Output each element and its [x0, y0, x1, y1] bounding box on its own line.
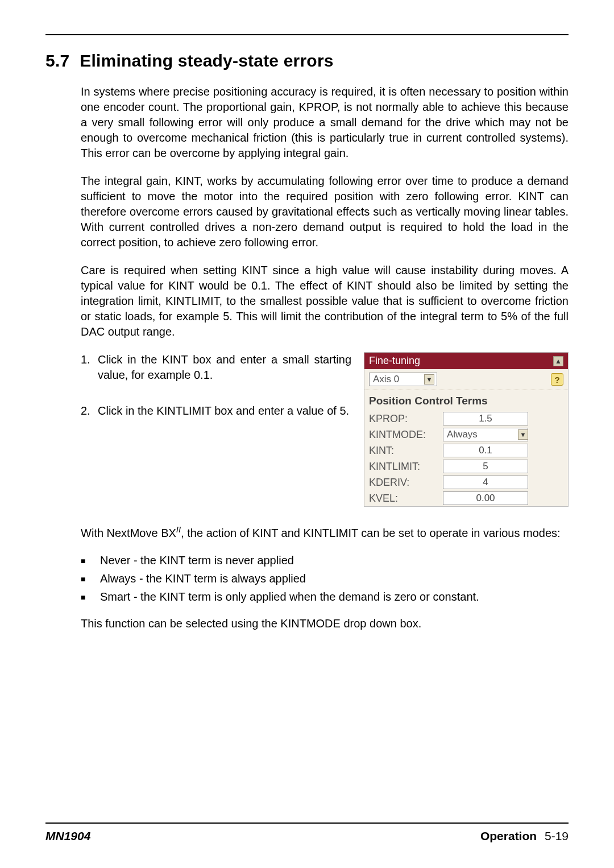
axis-value: Axis 0: [373, 374, 399, 385]
param-label: KVEL:: [369, 493, 443, 505]
modes-intro-suffix: , the action of KINT and KINTLIMIT can b…: [181, 527, 560, 539]
section-heading: 5.7Eliminating steady-state errors: [45, 51, 569, 71]
modes-intro-sup: II: [176, 524, 181, 534]
top-rule: [45, 34, 569, 35]
bullet-icon: ■: [81, 588, 100, 604]
list-item: ■ Never - the KINT term is never applied: [81, 551, 569, 569]
kintlimit-input[interactable]: 5: [443, 460, 528, 473]
param-row-kvel: KVEL: 0.00: [364, 490, 568, 506]
param-row-kint: KINT: 0.1: [364, 443, 568, 458]
panel-column: Fine-tuning ▲ Axis 0 ▼ ? Position Contro…: [364, 352, 569, 507]
step-number: 1.: [81, 352, 98, 383]
page-footer: MN1904 Operation 5-19: [45, 822, 569, 843]
footer-page: 5-19: [545, 829, 569, 842]
doc-id: MN1904: [45, 829, 90, 843]
step-text: Click in the KINTLIMIT box and enter a v…: [98, 403, 351, 419]
step-and-panel-row: 1. Click in the KINT box and enter a sma…: [81, 352, 569, 507]
param-row-kintlimit: KINTLIMIT: 5: [364, 458, 568, 474]
param-label: KPROP:: [369, 413, 443, 425]
kprop-input[interactable]: 1.5: [443, 412, 528, 425]
chevron-down-icon: ▼: [424, 374, 434, 385]
steps-list: 1. Click in the KINT box and enter a sma…: [81, 352, 351, 419]
paragraph-3: Care is required when setting KINT since…: [81, 263, 569, 340]
section-title: Eliminating steady-state errors: [80, 51, 333, 70]
kintmode-value: Always: [447, 429, 478, 440]
kintmode-select[interactable]: Always ▼: [443, 428, 528, 441]
axis-select[interactable]: Axis 0 ▼: [369, 373, 437, 386]
list-item: ■ Smart - the KINT term is only applied …: [81, 588, 569, 606]
bullet-text: Smart - the KINT term is only applied wh…: [100, 588, 479, 606]
param-row-kderiv: KDERIV: 4: [364, 474, 568, 490]
footer-section: Operation: [480, 829, 537, 842]
param-row-kintmode: KINTMODE: Always ▼: [364, 427, 568, 443]
chevron-down-icon: ▼: [518, 429, 528, 440]
fine-tuning-panel: Fine-tuning ▲ Axis 0 ▼ ? Position Contro…: [364, 352, 569, 507]
param-label: KDERIV:: [369, 477, 443, 489]
bullet-text: Always - the KINT term is always applied: [100, 569, 306, 588]
bullet-icon: ■: [81, 551, 100, 567]
footer-right: Operation 5-19: [480, 829, 569, 843]
param-row-kprop: KPROP: 1.5: [364, 411, 568, 427]
bullet-icon: ■: [81, 569, 100, 585]
param-label: KINT:: [369, 445, 443, 457]
paragraph-2: The integral gain, KINT, works by accumu…: [81, 173, 569, 250]
steps-column: 1. Click in the KINT box and enter a sma…: [81, 352, 351, 507]
step-text: Click in the KINT box and enter a small …: [98, 352, 351, 383]
paragraph-1: In systems where precise positioning acc…: [81, 84, 569, 161]
bullet-text: Never - the KINT term is never applied: [100, 551, 294, 569]
param-label: KINTLIMIT:: [369, 461, 443, 473]
kderiv-input[interactable]: 4: [443, 476, 528, 489]
modes-intro: With NextMove BXII, the action of KINT a…: [81, 524, 569, 541]
kvel-input[interactable]: 0.00: [443, 491, 528, 505]
section-number: 5.7: [45, 51, 69, 70]
param-label: KINTMODE:: [369, 429, 443, 441]
footer-row: MN1904 Operation 5-19: [45, 829, 569, 843]
help-icon[interactable]: ?: [551, 373, 563, 386]
closing-paragraph: This function can be selected using the …: [81, 616, 569, 631]
step-item: 1. Click in the KINT box and enter a sma…: [81, 352, 351, 383]
collapse-icon[interactable]: ▲: [553, 356, 563, 366]
step-item: 2. Click in the KINTLIMIT box and enter …: [81, 403, 351, 419]
list-item: ■ Always - the KINT term is always appli…: [81, 569, 569, 588]
modes-intro-prefix: With NextMove BX: [81, 527, 176, 539]
footer-rule: [45, 822, 569, 824]
kint-input[interactable]: 0.1: [443, 444, 528, 457]
panel-header: Fine-tuning ▲: [364, 353, 568, 369]
axis-row: Axis 0 ▼ ?: [364, 369, 568, 390]
step-number: 2.: [81, 403, 98, 419]
modes-list: ■ Never - the KINT term is never applied…: [81, 551, 569, 606]
panel-title: Fine-tuning: [369, 355, 553, 367]
panel-subhead: Position Control Terms: [364, 390, 568, 411]
